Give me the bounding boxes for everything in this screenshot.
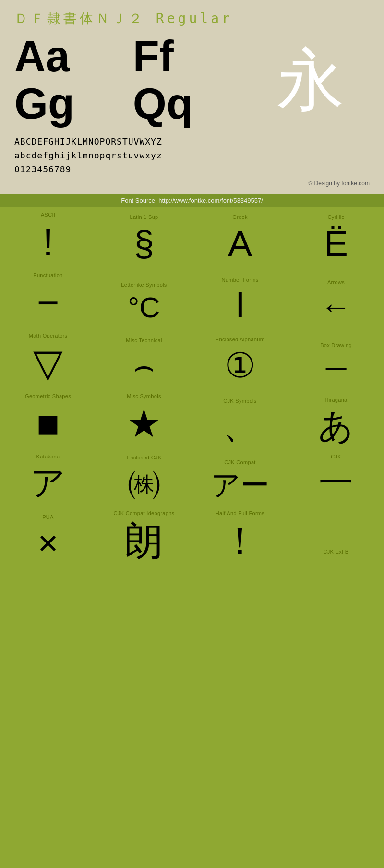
cell-symbol: ! bbox=[43, 223, 53, 262]
cell-label: Hiragana bbox=[324, 397, 347, 403]
cell-symbol: ㈱ bbox=[127, 466, 161, 500]
cell-label: Katakana bbox=[36, 454, 60, 459]
cell-label: Number Forms bbox=[222, 277, 259, 283]
cell-label: CJK Compat Ideographs bbox=[114, 510, 175, 516]
cell-symbol: ← bbox=[321, 291, 352, 322]
cell-symbol: ★ bbox=[127, 405, 161, 443]
digits-row: 0123456789 bbox=[14, 163, 370, 177]
grid-cell-cjk-ext-b: CJK Ext B bbox=[288, 506, 384, 566]
grid-cell-cjk-symbols: CJK Symbols、 bbox=[192, 388, 288, 449]
lowercase-row: abcdefghijklmnopqrstuvwxyz bbox=[14, 149, 370, 163]
cell-symbol: °C bbox=[128, 293, 160, 322]
cell-symbol: Ё bbox=[324, 226, 348, 262]
grid-cell-cjk-compat: CJK Compatアー bbox=[192, 449, 288, 506]
grid-cell-greek: GreekΑ bbox=[192, 207, 288, 267]
cell-symbol: − bbox=[37, 284, 60, 322]
cell-symbol: ▽ bbox=[33, 344, 63, 383]
font-source: Font Source: http://www.fontke.com/font/… bbox=[0, 194, 384, 207]
grid-cell-hiragana: Hiraganaあ bbox=[288, 388, 384, 449]
grid-cell-letterlike-symbols: Letterlike Symbols°C bbox=[96, 267, 192, 328]
cell-label: CJK Compat bbox=[224, 459, 255, 465]
grid-cell-half-and-full-forms: Half And Full Forms！ bbox=[192, 506, 288, 566]
cell-symbol: Α bbox=[228, 226, 252, 262]
grid-cell-misc-technical: Misc Technical⌢ bbox=[96, 328, 192, 388]
grid-cell-enclosed-alphanum: Enclosed Alphanum① bbox=[192, 328, 288, 388]
cell-label: Enclosed CJK bbox=[127, 455, 162, 460]
cell-symbol: ⌢ bbox=[133, 349, 155, 383]
cell-label: Half And Full Forms bbox=[216, 510, 264, 516]
cell-label: Latin 1 Sup bbox=[130, 214, 158, 220]
cell-label: Enclosed Alphanum bbox=[216, 337, 264, 342]
grid-cell-katakana: Katakanaア bbox=[0, 449, 96, 506]
cell-label: Misc Technical bbox=[126, 338, 162, 343]
letter-pair-qq: Qq bbox=[133, 80, 252, 128]
cell-label: Box Drawing bbox=[320, 342, 352, 348]
kanji-display: 永 bbox=[251, 47, 370, 114]
cell-label: CJK Symbols bbox=[223, 398, 256, 404]
grid-cell-cjk: CJK一 bbox=[288, 449, 384, 506]
grid-cell-number-forms: Number FormsⅠ bbox=[192, 267, 288, 328]
cell-label: Greek bbox=[232, 214, 247, 220]
uppercase-row: ABCDEFGHIJKLMNOPQRSTUVWXYZ bbox=[14, 135, 370, 149]
cell-label: Misc Symbols bbox=[127, 393, 161, 399]
cell-symbol: アー bbox=[211, 471, 269, 500]
grid-cell-cjk-compat-ideographs: CJK Compat Ideographs朗 bbox=[96, 506, 192, 566]
cell-symbol: ■ bbox=[36, 405, 60, 443]
top-section: ＤＦ隷書体ＮＪ２ Regular Aa Gg Ff Qq 永 ABCDEFGHI… bbox=[0, 0, 384, 194]
cell-label: Cyrillic bbox=[328, 214, 345, 220]
grid-cell-enclosed-cjk: Enclosed CJK㈱ bbox=[96, 449, 192, 506]
cell-symbol: × bbox=[38, 526, 58, 560]
grid-cell-cyrillic: CyrillicЁ bbox=[288, 207, 384, 267]
cell-label: CJK bbox=[331, 454, 341, 459]
cell-label: Letterlike Symbols bbox=[121, 282, 167, 288]
cell-label: Punctuation bbox=[33, 272, 62, 278]
cell-label: ASCII bbox=[41, 212, 55, 217]
cell-symbol: ─ bbox=[326, 354, 347, 383]
grid-cell-box-drawing: Box Drawing─ bbox=[288, 328, 384, 388]
font-title: ＤＦ隷書体ＮＪ２ Regular bbox=[14, 10, 370, 28]
cell-label: PUA bbox=[42, 514, 54, 520]
grid-cell-geometric-shapes: Geometric Shapes■ bbox=[0, 388, 96, 449]
grid-cell-misc-symbols: Misc Symbols★ bbox=[96, 388, 192, 449]
cell-symbol: ！ bbox=[221, 522, 259, 560]
grid-cell-ascii: ASCII! bbox=[0, 207, 96, 267]
cell-label: Geometric Shapes bbox=[25, 393, 71, 399]
letter-pair-gg: Gg bbox=[14, 80, 133, 128]
cell-symbol: ① bbox=[225, 348, 256, 383]
cell-label: CJK Ext B bbox=[324, 549, 349, 555]
symbol-grid: ASCII!Latin 1 Sup§GreekΑCyrillicЁPunctua… bbox=[0, 207, 384, 566]
grid-cell-math-operators: Math Operators▽ bbox=[0, 328, 96, 388]
cell-symbol: 朗 bbox=[125, 522, 163, 560]
grid-cell-arrows: Arrows← bbox=[288, 267, 384, 328]
cell-symbol: 、 bbox=[223, 410, 257, 443]
cell-symbol: あ bbox=[318, 409, 354, 443]
letter-pair-aa: Aa bbox=[14, 33, 133, 80]
cell-symbol: Ⅰ bbox=[235, 289, 245, 322]
grid-cell-latin-1-sup: Latin 1 Sup§ bbox=[96, 207, 192, 267]
cell-label: Math Operators bbox=[29, 333, 68, 338]
cell-symbol: 一 bbox=[319, 465, 353, 500]
cell-symbol: § bbox=[134, 226, 154, 262]
cell-symbol: ア bbox=[30, 465, 66, 500]
grid-cell-punctuation: Punctuation− bbox=[0, 267, 96, 328]
big-letters-display: Aa Gg Ff Qq 永 bbox=[14, 33, 370, 128]
copyright: © Design by fontke.com bbox=[14, 180, 370, 189]
grid-cell-pua: PUA× bbox=[0, 506, 96, 566]
alphabet-section: ABCDEFGHIJKLMNOPQRSTUVWXYZ abcdefghijklm… bbox=[14, 135, 370, 176]
letter-pair-ff: Ff bbox=[133, 33, 252, 80]
cell-label: Arrows bbox=[327, 279, 345, 285]
